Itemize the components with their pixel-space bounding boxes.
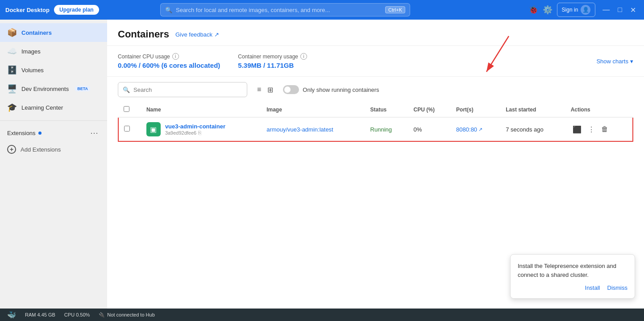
- container-search-input[interactable]: [133, 86, 242, 93]
- col-cpu-header: CPU (%): [408, 103, 451, 117]
- port-link[interactable]: 8080:80 ↗: [456, 126, 495, 133]
- hub-status: 🔌 Not connected to Hub: [99, 312, 154, 318]
- global-search-bar[interactable]: 🔍 Ctrl+K: [160, 3, 410, 16]
- stop-button[interactable]: ⬛: [571, 123, 583, 136]
- telepresence-tooltip: Install the Telepresence extension and c…: [510, 254, 635, 299]
- install-link[interactable]: Install: [585, 284, 600, 291]
- row-last-started-cell: 7 seconds ago: [500, 117, 565, 141]
- maximize-button[interactable]: □: [615, 5, 625, 15]
- container-name-link[interactable]: vue3-admin-container: [165, 123, 225, 130]
- extensions-section: Extensions ⋯: [0, 124, 107, 141]
- sidebar-item-dev-environments[interactable]: 🖥️ Dev Environments BETA: [0, 79, 107, 98]
- col-status-header: Status: [365, 103, 408, 117]
- dismiss-link[interactable]: Dismiss: [607, 284, 628, 291]
- running-toggle-label: Only show running containers: [303, 86, 379, 93]
- sidebar-label-containers: Containers: [21, 29, 52, 36]
- port-text: 8080:80: [456, 126, 477, 133]
- col-last-started-header: Last started: [500, 103, 565, 117]
- tooltip-text: Install the Telepresence extension and c…: [518, 262, 627, 279]
- close-button[interactable]: ✕: [627, 5, 639, 15]
- tooltip-actions: Install Dismiss: [518, 284, 627, 291]
- container-icon: ▣: [146, 122, 161, 136]
- cpu-value: 0.00% / 600% (6 cores allocated): [118, 62, 220, 69]
- row-ports-cell: 8080:80 ↗: [451, 117, 500, 141]
- memory-label: Container memory usage i: [238, 53, 307, 60]
- image-link[interactable]: armouy/vue3-admin:latest: [266, 126, 333, 133]
- beta-badge: BETA: [75, 86, 90, 91]
- col-checkbox: [118, 103, 141, 117]
- search-icon: 🔍: [165, 7, 172, 13]
- search-shortcut-badge: Ctrl+K: [385, 6, 405, 13]
- stats-bar: Container CPU usage i 0.00% / 600% (6 co…: [107, 46, 644, 77]
- container-id: 3a9ed92dfee6 ⎘: [165, 130, 225, 136]
- topbar-right: 🐞 ⚙️ Sign in 👤 — □ ✕: [528, 3, 639, 17]
- statusbar: 🐳 RAM 4.45 GB CPU 0.50% 🔌 Not connected …: [0, 309, 644, 321]
- select-all-checkbox[interactable]: [124, 106, 129, 112]
- list-view-button[interactable]: ≡: [254, 84, 264, 96]
- row-status-cell: Running: [365, 117, 408, 141]
- cpu-status-label: CPU 0.50%: [64, 312, 90, 317]
- cpu-stat: Container CPU usage i 0.00% / 600% (6 co…: [118, 53, 220, 69]
- memory-stat: Container memory usage i 5.39MB / 11.71G…: [238, 53, 307, 69]
- memory-value: 5.39MB / 11.71GB: [238, 62, 307, 69]
- extensions-more-button[interactable]: ⋯: [88, 128, 100, 138]
- docker-whale-icon: 🐳: [7, 311, 16, 319]
- sidebar-item-add-extensions[interactable]: + Add Extensions: [0, 141, 107, 157]
- container-search-wrap[interactable]: 🔍: [118, 82, 247, 97]
- volumes-icon: 🗄️: [7, 65, 17, 75]
- extensions-text: Extensions: [7, 130, 36, 136]
- main-layout: 📦 Containers ☁️ Images 🗄️ Volumes 🖥️ Dev…: [0, 20, 644, 309]
- sign-in-button[interactable]: Sign in 👤: [557, 3, 596, 17]
- more-actions-button[interactable]: ⋮: [586, 123, 597, 136]
- memory-info-icon[interactable]: i: [300, 53, 307, 60]
- table-body: ▣ vue3-admin-container 3a9ed92dfee6 ⎘: [118, 117, 633, 141]
- cpu-status: CPU 0.50%: [64, 312, 90, 317]
- dev-env-icon: 🖥️: [7, 84, 17, 94]
- cpu-info-icon[interactable]: i: [172, 53, 179, 60]
- minimize-button[interactable]: —: [600, 5, 612, 15]
- add-extensions-label: Add Extensions: [21, 146, 61, 153]
- sidebar-item-containers[interactable]: 📦 Containers: [0, 23, 107, 42]
- sidebar-label-learning: Learning Center: [21, 104, 63, 111]
- containers-table: Name Image Status CPU (%) Port(s) Last s…: [118, 103, 633, 142]
- row-cpu-cell: 0%: [408, 117, 451, 141]
- extensions-dot: [38, 132, 42, 135]
- copy-id-icon[interactable]: ⎘: [198, 130, 201, 136]
- brand-label: Docker Desktop: [5, 7, 50, 13]
- cpu-label-text: Container CPU usage: [118, 54, 170, 60]
- feedback-label: Give feedback: [175, 31, 212, 38]
- containers-icon: 📦: [7, 28, 17, 37]
- content-header: Containers Give feedback ↗: [107, 20, 644, 46]
- topbar: Docker Desktop Upgrade plan 🔍 Ctrl+K 🐞 ⚙…: [0, 0, 644, 20]
- sign-in-label: Sign in: [562, 7, 578, 13]
- memory-label-text: Container memory usage: [238, 54, 298, 60]
- bug-icon[interactable]: 🐞: [528, 5, 538, 15]
- show-charts-button[interactable]: Show charts ▾: [596, 58, 633, 65]
- containers-table-wrap: Name Image Status CPU (%) Port(s) Last s…: [107, 103, 644, 206]
- delete-button[interactable]: 🗑: [599, 123, 610, 135]
- upgrade-button[interactable]: Upgrade plan: [54, 5, 99, 15]
- extensions-label: Extensions: [7, 130, 42, 136]
- avatar: 👤: [581, 5, 590, 15]
- content-area: Containers Give feedback ↗ Container CPU…: [107, 20, 644, 309]
- table-row: ▣ vue3-admin-container 3a9ed92dfee6 ⎘: [118, 117, 633, 141]
- cpu-label: Container CPU usage i: [118, 53, 220, 60]
- status-badge: Running: [370, 126, 392, 133]
- table-header: Name Image Status CPU (%) Port(s) Last s…: [118, 103, 633, 117]
- sidebar-item-volumes[interactable]: 🗄️ Volumes: [0, 61, 107, 79]
- chevron-down-icon: ▾: [630, 58, 633, 65]
- running-toggle[interactable]: [283, 85, 299, 94]
- settings-icon[interactable]: ⚙️: [543, 5, 553, 15]
- feedback-link[interactable]: Give feedback ↗: [175, 31, 219, 38]
- row-checkbox[interactable]: [124, 126, 130, 132]
- grid-view-button[interactable]: ⊞: [265, 84, 276, 96]
- ram-label: RAM 4.45 GB: [25, 312, 55, 317]
- add-extensions-icon: +: [7, 145, 16, 154]
- page-title: Containers: [118, 29, 169, 40]
- row-name-cell: ▣ vue3-admin-container 3a9ed92dfee6 ⎘: [141, 117, 261, 141]
- sidebar-item-images[interactable]: ☁️ Images: [0, 42, 107, 61]
- global-search-input[interactable]: [176, 7, 382, 13]
- learning-icon: 🎓: [7, 103, 17, 112]
- sidebar-label-images: Images: [21, 48, 41, 55]
- sidebar-item-learning-center[interactable]: 🎓 Learning Center: [0, 98, 107, 117]
